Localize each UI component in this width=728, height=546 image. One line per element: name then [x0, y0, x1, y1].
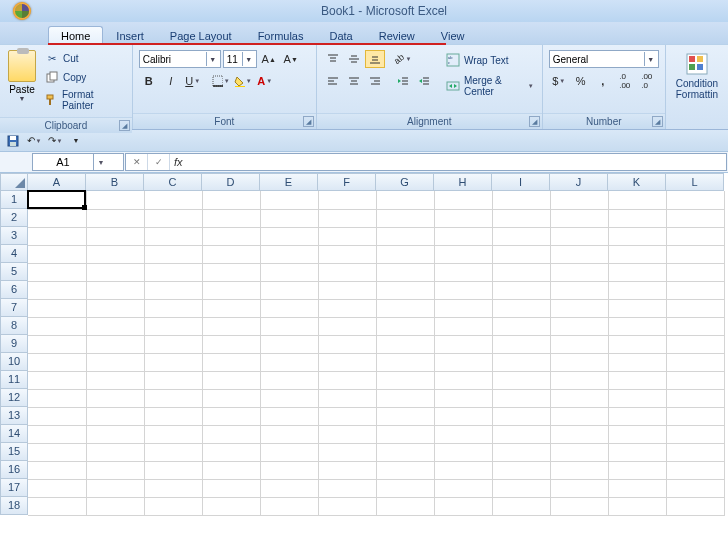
cell[interactable] — [144, 281, 202, 299]
cell[interactable] — [666, 281, 724, 299]
cell[interactable] — [434, 389, 492, 407]
column-header-J[interactable]: J — [550, 173, 608, 191]
cell[interactable] — [376, 299, 434, 317]
column-header-B[interactable]: B — [86, 173, 144, 191]
cell[interactable] — [550, 461, 608, 479]
fx-icon[interactable]: fx — [170, 156, 187, 168]
row-header-16[interactable]: 16 — [0, 461, 28, 479]
bold-button[interactable]: B — [139, 72, 159, 90]
cell[interactable] — [492, 317, 550, 335]
row-header-18[interactable]: 18 — [0, 497, 28, 515]
formula-input[interactable] — [187, 156, 726, 168]
cell[interactable] — [28, 425, 86, 443]
cell[interactable] — [492, 227, 550, 245]
cell[interactable] — [376, 209, 434, 227]
cell[interactable] — [492, 443, 550, 461]
cell[interactable] — [666, 371, 724, 389]
cell[interactable] — [608, 281, 666, 299]
cell[interactable] — [260, 227, 318, 245]
accounting-format-button[interactable]: $▼ — [549, 72, 569, 90]
cell[interactable] — [318, 389, 376, 407]
cell[interactable] — [550, 263, 608, 281]
tab-insert[interactable]: Insert — [103, 26, 157, 44]
column-header-K[interactable]: K — [608, 173, 666, 191]
row-header-9[interactable]: 9 — [0, 335, 28, 353]
cell[interactable] — [144, 263, 202, 281]
row-header-4[interactable]: 4 — [0, 245, 28, 263]
cell[interactable] — [202, 209, 260, 227]
cell[interactable] — [144, 371, 202, 389]
cell[interactable] — [550, 227, 608, 245]
percent-format-button[interactable]: % — [571, 72, 591, 90]
cell[interactable] — [608, 353, 666, 371]
paste-button[interactable]: Paste ▼ — [4, 48, 40, 104]
cell[interactable] — [608, 191, 666, 209]
cell[interactable] — [434, 209, 492, 227]
cell[interactable] — [666, 317, 724, 335]
cell[interactable] — [318, 425, 376, 443]
cell[interactable] — [86, 479, 144, 497]
cell[interactable] — [434, 335, 492, 353]
chevron-down-icon[interactable]: ▼ — [242, 52, 255, 66]
cell[interactable] — [492, 497, 550, 515]
copy-button[interactable]: Copy — [42, 69, 126, 85]
clipboard-dialog-launcher[interactable]: ◢ — [119, 120, 130, 131]
cell[interactable] — [144, 335, 202, 353]
cell[interactable] — [318, 497, 376, 515]
cell[interactable] — [492, 389, 550, 407]
cell[interactable] — [434, 353, 492, 371]
row-header-3[interactable]: 3 — [0, 227, 28, 245]
cell[interactable] — [666, 209, 724, 227]
cell[interactable] — [86, 209, 144, 227]
cell[interactable] — [608, 371, 666, 389]
cell[interactable] — [376, 497, 434, 515]
cell[interactable] — [666, 389, 724, 407]
cell[interactable] — [86, 425, 144, 443]
cell[interactable] — [86, 263, 144, 281]
cell[interactable] — [550, 371, 608, 389]
row-header-6[interactable]: 6 — [0, 281, 28, 299]
cell[interactable] — [492, 479, 550, 497]
select-all-corner[interactable] — [0, 173, 28, 191]
wrap-text-button[interactable]: abc Wrap Text — [442, 50, 538, 70]
column-header-E[interactable]: E — [260, 173, 318, 191]
name-box[interactable]: ▼ — [32, 153, 124, 171]
cell[interactable] — [608, 479, 666, 497]
tab-review[interactable]: Review — [366, 26, 428, 44]
cell[interactable] — [260, 335, 318, 353]
row-header-7[interactable]: 7 — [0, 299, 28, 317]
cell[interactable] — [86, 281, 144, 299]
cell[interactable] — [492, 263, 550, 281]
align-left-button[interactable] — [323, 72, 343, 90]
cell[interactable] — [86, 299, 144, 317]
cell[interactable] — [28, 443, 86, 461]
cell[interactable] — [492, 407, 550, 425]
cell[interactable] — [550, 407, 608, 425]
cell[interactable] — [434, 245, 492, 263]
cell[interactable] — [260, 209, 318, 227]
borders-button[interactable]: ▼ — [211, 72, 231, 90]
shrink-font-button[interactable]: A▼ — [281, 50, 301, 68]
cell[interactable] — [318, 191, 376, 209]
office-button[interactable] — [4, 0, 40, 22]
align-top-button[interactable] — [323, 50, 343, 68]
cell[interactable] — [608, 227, 666, 245]
cell[interactable] — [28, 461, 86, 479]
conditional-formatting-button[interactable]: Condition Formattin — [670, 48, 724, 104]
cell[interactable] — [666, 443, 724, 461]
cell[interactable] — [550, 497, 608, 515]
comma-format-button[interactable]: , — [593, 72, 613, 90]
cell[interactable] — [434, 281, 492, 299]
cells-area[interactable] — [28, 191, 725, 516]
cell[interactable] — [550, 245, 608, 263]
cell[interactable] — [28, 389, 86, 407]
cell[interactable] — [608, 425, 666, 443]
cell[interactable] — [28, 281, 86, 299]
row-header-14[interactable]: 14 — [0, 425, 28, 443]
name-box-input[interactable] — [33, 156, 93, 168]
number-format-combo[interactable]: General ▼ — [549, 50, 659, 68]
font-color-button[interactable]: A▼ — [255, 72, 275, 90]
cell[interactable] — [318, 371, 376, 389]
cell[interactable] — [202, 425, 260, 443]
cell[interactable] — [202, 191, 260, 209]
